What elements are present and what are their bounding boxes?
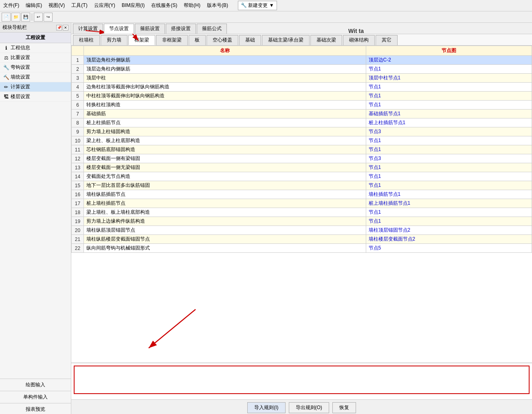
sidebar-label-struct: 弯钩设置 [11, 64, 30, 71]
eng-info-icon: ℹ [3, 45, 9, 51]
toolbar-redo[interactable]: ↪ [44, 13, 53, 22]
row-name-14: 变截面处无节点构造 [84, 172, 366, 181]
row-name-8: 桩上柱插筋节点 [84, 118, 366, 127]
table-row[interactable]: 3 顶层中柱 顶层中柱节点1 [72, 74, 532, 83]
table-row[interactable]: 4 边角柱柱顶等截面伸出时纵向钢筋构造 节点1 [72, 83, 532, 92]
table-row[interactable]: 11 芯柱钢筋底部锚固构造 节点1 [72, 145, 532, 154]
row-name-11: 芯柱钢筋底部锚固构造 [84, 145, 366, 154]
floor-icon: 🏗 [3, 94, 9, 100]
tab-non-frame-beam[interactable]: 非框架梁 [156, 35, 188, 45]
table-row[interactable]: 20 墙柱纵筋顶层锚固节点 墙柱顶层锚固节点2 [72, 226, 532, 235]
menu-online[interactable]: 在线服务(S) [149, 1, 179, 10]
toolbar-save[interactable]: 💾 [21, 13, 30, 22]
table-row[interactable]: 22 纵向间筋弯钩与机械锚固形式 节点5 [72, 244, 532, 253]
table-row[interactable]: 21 墙柱纵筋楼层变截面锚固节点 墙柱楼层变截面节点2 [72, 235, 532, 244]
tab-hollow[interactable]: 空心楼盖 [207, 35, 238, 45]
sidebar-item-compare[interactable]: ⚖ 比重设置 [0, 53, 71, 63]
row-num-22: 22 [72, 244, 84, 253]
row-node-3: 顶层中柱节点1 [366, 74, 532, 83]
sidebar-item-floor[interactable]: 🏗 楼层设置 [0, 92, 71, 102]
tab-other[interactable]: 其它 [376, 35, 398, 45]
sidebar-draw-input[interactable]: 绘图输入 [0, 379, 71, 391]
tab-calc-settings[interactable]: 计算设置 [73, 24, 103, 34]
toolbar-sep [32, 13, 32, 21]
row-name-4: 边角柱柱顶等截面伸出时纵向钢筋构造 [84, 83, 366, 92]
row-node-18: 节点1 [366, 208, 532, 217]
table-row[interactable]: 17 桩上墙柱插筋节点 桩上墙柱插筋节点1 [72, 199, 532, 208]
row-num-10: 10 [72, 136, 84, 145]
table-row[interactable]: 1 顶层边角柱外侧纵筋 顶层边C-2 [72, 56, 532, 65]
row-name-2: 顶层边角柱内侧纵筋 [84, 65, 366, 74]
export-rules-btn[interactable]: 导出规则(O) [289, 402, 329, 413]
menu-bim[interactable]: BIM应用(I) [120, 1, 147, 10]
sidebar-pin[interactable]: 📌 [56, 25, 62, 31]
tab-frame-beam[interactable]: 框架梁 [128, 35, 155, 45]
tab-slab[interactable]: 板 [189, 35, 206, 45]
sidebar-item-calc[interactable]: ✏ 计算设置 [0, 82, 71, 92]
sidebar-report[interactable]: 报表预览 [0, 403, 71, 414]
col-num-header [72, 46, 84, 56]
tab-shear-wall[interactable]: 剪力墙 [101, 35, 128, 45]
new-change-btn[interactable]: 🔧 新建变更 ▼ [238, 1, 277, 10]
tab-sub-beam[interactable]: 基础次梁 [310, 35, 342, 45]
table-row[interactable]: 14 变截面处无节点构造 节点1 [72, 172, 532, 181]
toolbar-undo[interactable]: ↩ [34, 13, 43, 22]
sidebar-label-wall: 墙统设置 [11, 74, 30, 81]
sidebar-single-input[interactable]: 单构件输入 [0, 391, 71, 403]
sidebar-close[interactable]: ✕ [63, 25, 68, 31]
table-row[interactable]: 12 楼层变截面一侧有梁锚固 节点3 [72, 154, 532, 163]
tab-foundation[interactable]: 基础 [239, 35, 261, 45]
tab-stirrup-settings[interactable]: 箍筋设置 [135, 24, 165, 34]
row-name-17: 桩上墙柱插筋节点 [84, 199, 366, 208]
table-row[interactable]: 5 中柱柱顶等截面伸出时纵向钢筋构造 节点1 [72, 92, 532, 101]
row-node-6: 节点1 [366, 101, 532, 110]
row-num-14: 14 [72, 172, 84, 181]
tab-node-settings[interactable]: 节点设置 [104, 24, 134, 34]
sidebar-item-struct[interactable]: 🔧 弯钩设置 [0, 63, 71, 72]
table-row[interactable]: 2 顶层边角柱内侧纵筋 节点1 [72, 65, 532, 74]
table-row[interactable]: 6 转换柱柱顶构造 节点1 [72, 101, 532, 110]
row-num-16: 16 [72, 190, 84, 199]
table-row[interactable]: 19 剪力墙上边缘构件纵筋构造 节点1 [72, 217, 532, 226]
menu-version[interactable]: 版本号(B) [205, 1, 230, 10]
menu-file[interactable]: 文件(F) [2, 1, 21, 10]
table-row[interactable]: 15 地下一层比首层多出纵筋锚固 节点1 [72, 181, 532, 190]
menu-help[interactable]: 帮助(H) [182, 1, 202, 10]
table-row[interactable]: 16 墙柱纵筋插筋节点 墙柱插筋节点1 [72, 190, 532, 199]
node-table: 名称 节点图 1 顶层边角柱外侧纵筋 顶层边C-2 2 顶层边角柱内侧纵筋 节点… [71, 46, 532, 253]
tab-stirrup-formula[interactable]: 箍筋公式 [197, 24, 227, 34]
table-row[interactable]: 13 楼层变截面一侧无梁锚固 节点1 [72, 163, 532, 172]
import-rules-btn[interactable]: 导入规则(I) [247, 402, 285, 413]
sidebar-item-wall[interactable]: 🔨 墙统设置 [0, 72, 71, 82]
row-name-10: 梁上柱、板上柱底部构造 [84, 136, 366, 145]
row-node-17: 桩上墙柱插筋节点1 [366, 199, 532, 208]
sidebar-controls: 📌 ✕ [56, 25, 68, 31]
menu-cloud[interactable]: 云应用(Y) [92, 1, 117, 10]
table-row[interactable]: 10 梁上柱、板上柱底部构造 节点1 [72, 136, 532, 145]
tab-column[interactable]: 柱墙柱 [73, 35, 100, 45]
compare-icon: ⚖ [3, 55, 9, 61]
restore-btn[interactable]: 恢复 [332, 402, 356, 413]
row-num-15: 15 [72, 181, 84, 190]
menu-tools[interactable]: 工具(T) [70, 1, 89, 10]
sidebar-title: 模块导航栏 [2, 24, 27, 31]
row-num-11: 11 [72, 145, 84, 154]
menu-edit[interactable]: 编辑(E) [24, 1, 44, 10]
toolbar-open[interactable]: 📁 [11, 13, 20, 22]
row-num-13: 13 [72, 163, 84, 172]
table-row[interactable]: 18 梁上墙柱、板上墙柱底部构造 节点1 [72, 208, 532, 217]
tab-masonry[interactable]: 砌体结构 [343, 35, 375, 45]
row-num-20: 20 [72, 226, 84, 235]
tab-splice-settings[interactable]: 搭接设置 [166, 24, 196, 34]
table-row[interactable]: 7 基础插筋 基础插筋节点1 [72, 110, 532, 118]
sidebar-item-eng-info[interactable]: ℹ 工程信息 [0, 43, 71, 53]
wall-icon: 🔨 [3, 74, 9, 80]
row-name-9: 剪力墙上柱锚固构造 [84, 127, 366, 136]
row-num-2: 2 [72, 65, 84, 74]
menu-view[interactable]: 视图(V) [47, 1, 66, 10]
row-node-21: 墙柱楼层变截面节点2 [366, 235, 532, 244]
table-row[interactable]: 9 剪力墙上柱锚固构造 节点3 [72, 127, 532, 136]
toolbar-new[interactable]: 📄 [2, 13, 11, 22]
table-row[interactable]: 8 桩上柱插筋节点 桩上柱插筋节点1 [72, 118, 532, 127]
tab-main-beam[interactable]: 基础主梁/承台梁 [262, 35, 310, 45]
